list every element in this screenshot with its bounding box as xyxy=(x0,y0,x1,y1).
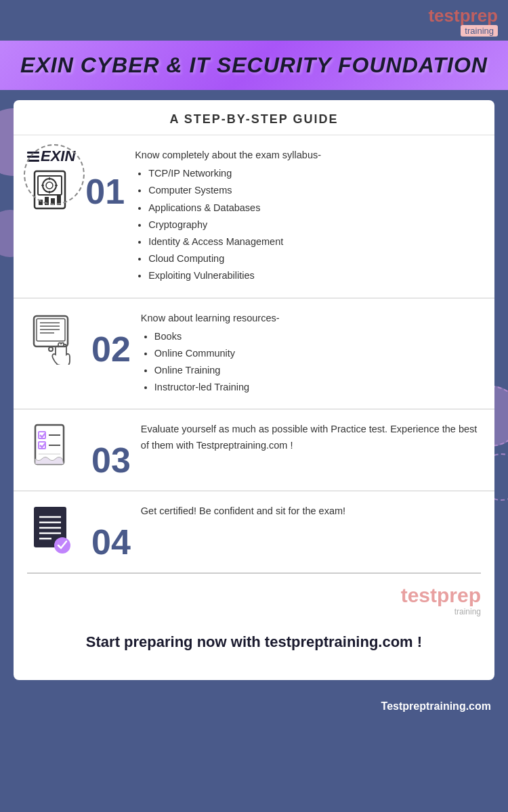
step-4-content: Get certified! Be confident and sit for … xyxy=(131,503,481,519)
book-icon xyxy=(27,311,81,365)
step-3-icon-area: 03 xyxy=(27,422,131,478)
step-2-intro: Know about learning resources- xyxy=(141,311,481,326)
list-item: Identity & Access Management xyxy=(148,234,481,250)
cta-text: Start preparing now with testpreptrainin… xyxy=(27,632,481,653)
step-2-row: 02 Know about learning resources- Books … xyxy=(14,298,494,410)
list-item: Cryptography xyxy=(148,217,481,233)
step-guide-header: A STEP-BY-STEP GUIDE xyxy=(14,100,494,135)
step-4-icon-container xyxy=(27,503,81,560)
list-item: Online Training xyxy=(154,363,481,378)
header-banner: EXIN CYBER & IT SECURITY FOUNDATION xyxy=(0,41,508,90)
step-1-icon-area: EXIN xyxy=(27,148,125,215)
step-2-content: Know about learning resources- Books Onl… xyxy=(131,311,481,397)
step-3-row: 03 Evaluate yourself as much as possible… xyxy=(14,409,494,491)
checklist-icon xyxy=(27,422,81,476)
step-4-number: 04 xyxy=(91,524,131,560)
step-2-icon-area: 02 xyxy=(27,311,131,367)
step-1-number: 01 xyxy=(85,174,125,209)
footer-text: Testpreptraining.com xyxy=(381,700,491,712)
bottom-logo-training: training xyxy=(27,607,481,616)
step-4-row: 04 Get certified! Be confident and sit f… xyxy=(14,491,494,572)
list-item: Online Community xyxy=(154,346,481,361)
step-3-number: 03 xyxy=(91,443,131,478)
bottom-logo-area: testprep training xyxy=(14,574,494,623)
step-2-number: 02 xyxy=(91,332,131,367)
step-1-intro: Know completely about the exam syllabus- xyxy=(135,148,481,163)
certified-icon xyxy=(27,503,81,558)
footer: Testpreptraining.com xyxy=(0,690,508,723)
svg-rect-12 xyxy=(34,316,68,346)
dashed-circle-icon xyxy=(24,144,85,205)
top-logo: testprep training xyxy=(428,7,498,37)
list-item: TCP/IP Networking xyxy=(148,166,481,181)
step-2-list: Books Online Community Online Training I… xyxy=(141,329,481,396)
list-item: Exploiting Vulnerabilities xyxy=(148,268,481,284)
svg-point-18 xyxy=(49,347,53,351)
step-3-icon-container xyxy=(27,422,81,478)
step-1-content: Know completely about the exam syllabus-… xyxy=(125,148,481,286)
list-item: Computer Systems xyxy=(148,183,481,198)
list-item: Books xyxy=(154,329,481,344)
guide-heading: A STEP-BY-STEP GUIDE xyxy=(14,112,494,127)
step-4-icon-area: 04 xyxy=(27,503,131,560)
main-content-card: A STEP-BY-STEP GUIDE EXIN xyxy=(14,100,494,680)
page-title: EXIN CYBER & IT SECURITY FOUNDATION xyxy=(14,53,494,78)
list-item: Applications & Databases xyxy=(148,200,481,216)
step-3-text: Evaluate yourself as much as possible wi… xyxy=(141,422,481,453)
logo-testprep-text: testprep xyxy=(428,5,498,26)
step-1-row: EXIN xyxy=(14,135,494,298)
cta-area: Start preparing now with testpreptrainin… xyxy=(14,623,494,667)
step-4-text: Get certified! Be confident and sit for … xyxy=(141,503,481,519)
step-3-content: Evaluate yourself as much as possible wi… xyxy=(131,422,481,453)
list-item: Cloud Computing xyxy=(148,251,481,267)
step-2-icon-container xyxy=(27,311,81,367)
logo-training-text: training xyxy=(461,25,498,37)
step-1-list: TCP/IP Networking Computer Systems Appli… xyxy=(135,166,481,284)
list-item: Instructor-led Training xyxy=(154,380,481,395)
bottom-logo-testprep: testprep xyxy=(401,584,481,606)
step-1-icon-container: EXIN xyxy=(27,148,75,215)
